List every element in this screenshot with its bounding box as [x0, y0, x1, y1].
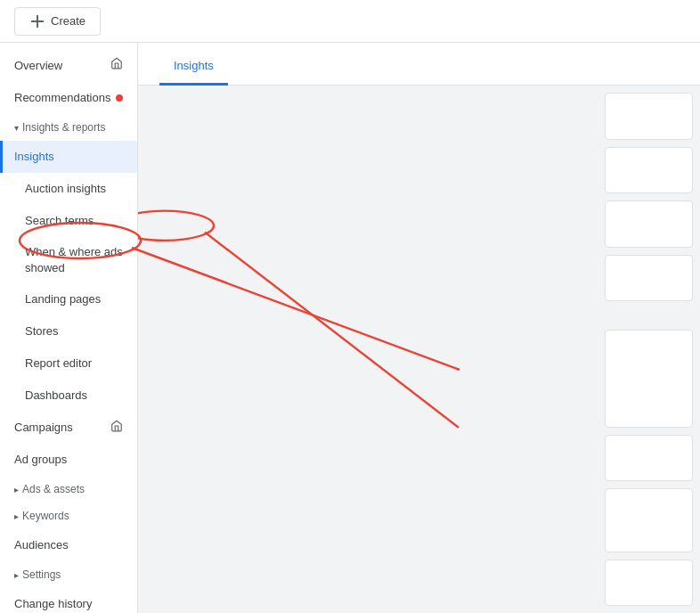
sidebar-item-overview[interactable]: Overview — [0, 50, 137, 82]
tab-insights-label: Insights — [174, 59, 214, 72]
auction-insights-label: Auction insights — [25, 181, 106, 197]
insights-reports-label: Insights & reports — [22, 121, 105, 134]
keywords-arrow-icon: ▸ — [14, 511, 19, 521]
when-where-label: When & where ads showed — [25, 244, 123, 276]
sidebar-group-settings[interactable]: ▸ Settings — [0, 561, 137, 588]
sidebar-item-landing-pages[interactable]: Landing pages — [0, 283, 137, 315]
cards-panel — [598, 86, 700, 613]
plus-icon — [29, 13, 45, 29]
sidebar-item-search-terms[interactable]: Search terms — [0, 205, 137, 237]
card-6 — [605, 435, 693, 481]
home-icon — [110, 57, 123, 75]
sidebar: Overview Recommendations ▾ Insights & re… — [0, 43, 138, 613]
overview-label: Overview — [14, 58, 62, 74]
sidebar-item-change-history[interactable]: Change history — [0, 588, 137, 613]
card-1 — [605, 93, 693, 140]
sidebar-item-when-where[interactable]: When & where ads showed — [0, 237, 137, 283]
sidebar-item-auction-insights[interactable]: Auction insights — [0, 173, 137, 205]
content-wrapper — [138, 86, 700, 613]
tab-insights[interactable]: Insights — [159, 48, 228, 86]
sidebar-group-insights-reports[interactable]: ▾ Insights & reports — [0, 114, 137, 141]
audiences-label: Audiences — [14, 537, 69, 553]
landing-pages-label: Landing pages — [25, 291, 101, 307]
ad-groups-label: Ad groups — [14, 452, 67, 468]
red-dot-badge — [116, 94, 123, 102]
card-4 — [605, 255, 693, 301]
sidebar-item-audiences[interactable]: Audiences — [0, 529, 137, 561]
ads-assets-arrow-icon: ▸ — [14, 485, 19, 494]
card-8 — [605, 560, 693, 606]
report-editor-label: Report editor — [25, 356, 92, 372]
ads-assets-label: Ads & assets — [22, 483, 85, 495]
keywords-label: Keywords — [22, 510, 69, 522]
dashboards-label: Dashboards — [25, 388, 87, 404]
stores-label: Stores — [25, 323, 59, 339]
sidebar-item-dashboards[interactable]: Dashboards — [0, 380, 137, 412]
sidebar-item-campaigns[interactable]: Campaigns — [0, 412, 137, 444]
campaigns-home-icon — [110, 420, 123, 437]
collapse-arrow-icon: ▾ — [14, 123, 19, 133]
sidebar-item-ad-groups[interactable]: Ad groups — [0, 444, 137, 476]
insights-label: Insights — [14, 149, 54, 165]
sidebar-item-report-editor[interactable]: Report editor — [0, 347, 137, 380]
card-gap — [605, 308, 693, 323]
card-5 — [605, 330, 693, 428]
sidebar-item-insights[interactable]: Insights — [0, 141, 137, 173]
settings-arrow-icon: ▸ — [14, 570, 19, 580]
top-bar: Create — [0, 0, 700, 43]
sidebar-group-ads-assets[interactable]: ▸ Ads & assets — [0, 476, 137, 503]
card-2 — [605, 147, 693, 193]
main-container: Overview Recommendations ▾ Insights & re… — [0, 43, 700, 613]
card-7 — [605, 488, 693, 552]
campaigns-label: Campaigns — [14, 420, 73, 436]
recommendations-label: Recommendations — [14, 90, 110, 106]
sidebar-group-keywords[interactable]: ▸ Keywords — [0, 503, 137, 529]
page-content: Insights — [138, 43, 700, 613]
sidebar-item-recommendations[interactable]: Recommendations — [0, 82, 137, 114]
create-label: Create — [51, 14, 85, 28]
create-button[interactable]: Create — [14, 7, 101, 36]
card-3 — [605, 200, 693, 248]
search-terms-label: Search terms — [25, 213, 94, 229]
settings-label: Settings — [22, 568, 61, 581]
tab-bar: Insights — [138, 43, 700, 86]
change-history-label: Change history — [14, 596, 92, 612]
sidebar-item-stores[interactable]: Stores — [0, 315, 137, 347]
